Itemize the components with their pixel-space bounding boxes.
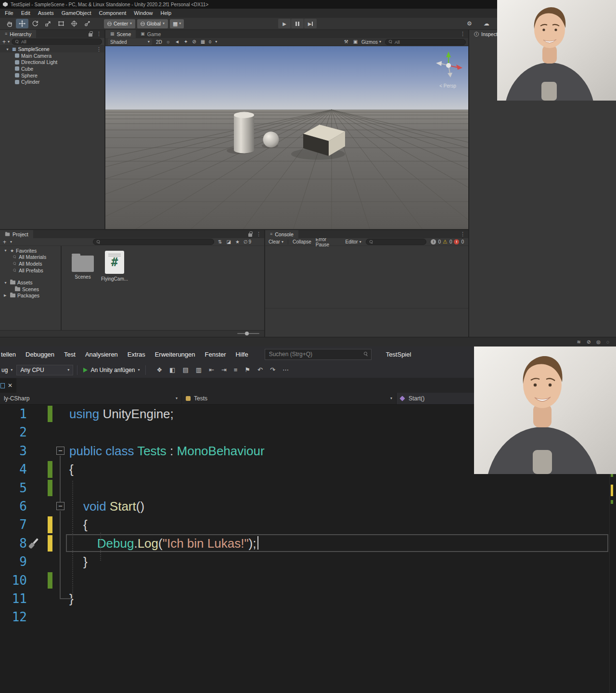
code-line-9[interactable]: 9 } [0,552,608,571]
hierarchy-item-sphere[interactable]: Sphere [0,72,104,79]
new-file-icon[interactable]: ▤ [182,367,188,373]
hierarchy-item-main-camera[interactable]: Main Camera [0,52,104,59]
console-search-input[interactable] [366,239,427,245]
breadcrumb-type-dropdown[interactable]: Tests ▾ [182,393,397,404]
rect-tool[interactable] [55,19,67,28]
vs-menu-tellen[interactable]: tellen [0,351,21,358]
close-icon[interactable]: ✕ [8,383,13,388]
kebab-menu-icon[interactable]: ⋮ [256,231,261,237]
pause-button[interactable] [291,19,304,28]
grid-toggle-icon[interactable]: ▦ [201,39,205,44]
kebab-menu-icon[interactable]: ⋮ [96,46,102,52]
code-line-5[interactable]: 5 [0,479,608,497]
bookmark-icon[interactable]: ⚑ [244,367,250,373]
chevron-down-icon[interactable]: ▾ [215,40,217,44]
hidden-count-icon[interactable]: ∅ [244,239,248,244]
expand-caret-icon[interactable]: ▼ [6,48,10,51]
project-folder-scenes[interactable]: Scenes [0,286,61,293]
activity-icon[interactable]: ≋ [577,340,581,345]
vs-menu-erweiterungen[interactable]: Erweiterungen [150,351,200,358]
project-packages-root[interactable]: ▶ Packages [0,293,61,299]
2d-toggle-button[interactable]: 2D [156,39,162,45]
create-asset-button[interactable]: + [3,239,6,245]
more-icon[interactable]: ⋯ [282,367,289,373]
vs-menu-test[interactable]: Test [59,351,80,358]
project-favorite-all-materials[interactable]: All Materials [0,254,61,261]
list-icon[interactable]: ≡ [234,367,238,373]
fold-collapse-marker[interactable]: − [56,502,64,510]
tab-hierarchy[interactable]: ≡ Hierarchy [0,30,36,38]
code-line-12[interactable]: 12 [0,608,608,626]
vs-menu-fenster[interactable]: Fenster [200,351,231,358]
expand-caret-icon[interactable]: ▼ [4,249,8,252]
project-favorite-all-prefabs[interactable]: All Prefabs [0,267,61,274]
grid-snapping-button[interactable]: ▦ ▾ [170,19,184,28]
unity-menu-help[interactable]: Help [156,9,175,18]
tab-tests-cs[interactable]: ✕ [0,378,16,393]
hierarchy-item-samplescene[interactable]: ▼ ▦ SampleScene ⋮ [0,46,104,52]
cloud-icon[interactable]: ☁ [484,20,489,27]
info-badge-icon[interactable]: ! [431,239,436,244]
hierarchy-item-cube[interactable]: Cube [0,65,104,72]
project-search-input[interactable] [93,239,214,245]
chevron-down-icon[interactable]: ▾ [8,40,10,44]
custom-tool[interactable] [81,19,93,28]
error-badge-icon[interactable]: ! [454,239,459,244]
tab-project[interactable]: Project [0,230,33,238]
quick-search-input[interactable] [265,349,372,360]
indent-icon[interactable]: ⇥ [221,367,227,373]
unity-menu-assets[interactable]: Assets [34,9,58,18]
projection-label[interactable]: < Persp [439,83,456,89]
vs-menu-extras[interactable]: Extras [123,351,150,358]
hierarchy-item-cylinder[interactable]: Cylinder [0,78,104,85]
code-line-7[interactable]: 7 { [0,515,608,534]
unity-menu-window[interactable]: Window [130,9,156,18]
effects-toggle-icon[interactable]: ✦ [184,39,188,44]
scene-viewport[interactable]: < Persp [105,46,468,230]
code-line-8[interactable]: 8 Debug.Log("Ich bin Lukas!"); [0,534,608,552]
add-gameobject-button[interactable]: + [2,39,6,45]
kebab-menu-icon[interactable]: ⋮ [460,31,465,37]
clear-button[interactable]: Clear ▾ [269,239,283,244]
pivot-toggle-button[interactable]: Center ▾ [104,19,135,28]
editor-filter-dropdown[interactable]: Editor ▾ [346,239,361,244]
screenshot-icon[interactable]: ◧ [169,367,175,373]
unity-menu-file[interactable]: File [1,9,17,18]
audio-toggle-icon[interactable]: ◄ [175,39,180,44]
vs-menu-hilfe[interactable]: Hilfe [231,351,253,358]
platform-dropdown[interactable]: Any CPU ▾ [16,365,73,375]
redo-icon[interactable]: ↷ [270,367,275,373]
project-favorite-all-models[interactable]: All Models [0,260,61,267]
hierarchy-item-directional-light[interactable]: Directional Light [0,59,104,66]
fold-collapse-marker[interactable]: − [56,447,64,455]
hierarchy-search-input[interactable]: All [12,38,102,45]
orientation-toggle-button[interactable]: Global ▾ [137,19,168,28]
move-tool[interactable] [16,19,28,28]
breadcrumb-project-dropdown[interactable]: ly-CSharp ▾ [0,393,182,404]
thumbnail-zoom-slider[interactable] [237,333,259,334]
visibility-toggle-icon[interactable]: ⊘ [192,39,196,44]
code-line-10[interactable]: 10 [0,571,608,590]
undo-icon[interactable]: ↶ [257,367,263,373]
light-toggle-icon[interactable]: ☼ [166,39,170,44]
transform-tool[interactable] [68,19,80,28]
chevron-down-icon[interactable]: ▾ [10,240,12,244]
asset-tile-scenes[interactable]: Scenes [67,250,98,280]
progress-icon[interactable]: ◌ [606,340,609,345]
rotate-tool[interactable] [29,19,41,28]
code-line-11[interactable]: 11} [0,590,608,608]
collapsed-caret-icon[interactable]: ▶ [4,294,8,297]
import-icon[interactable]: ⇅ [218,240,222,244]
refresh-icon[interactable]: ◎ [596,340,601,345]
lock-icon[interactable] [248,233,252,237]
lock-icon[interactable] [89,33,92,37]
project-favorites-root[interactable]: ▼ ★ Favorites [0,247,61,254]
scene-search-input[interactable]: All [385,39,466,45]
tab-console[interactable]: ≡ Console [265,230,298,238]
view-tool[interactable] [3,19,15,28]
unity-menu-component[interactable]: Component [95,9,130,18]
expand-caret-icon[interactable]: ▼ [4,281,8,284]
asset-tile-flyingcam[interactable]: # FlyingCam... [99,250,130,282]
gizmos-dropdown[interactable]: Gizmos ▾ [361,39,381,45]
vs-menu-debuggen[interactable]: Debuggen [21,351,59,358]
